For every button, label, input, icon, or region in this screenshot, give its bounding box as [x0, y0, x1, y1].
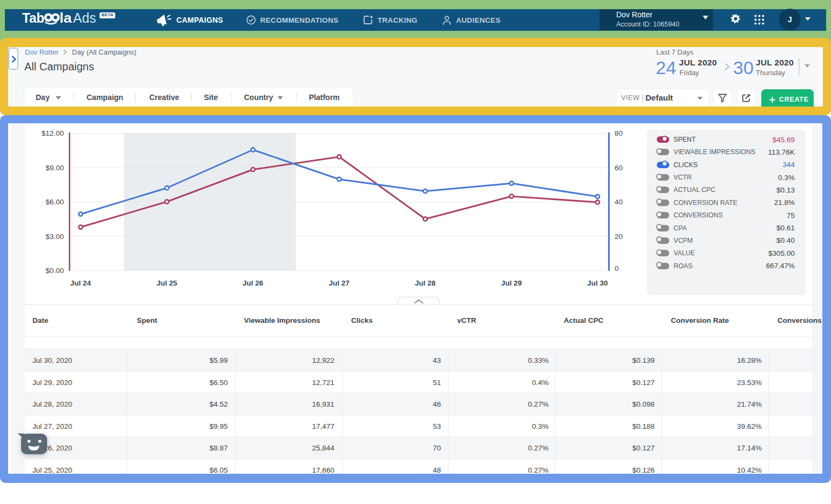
- svg-text:40: 40: [615, 198, 623, 206]
- svg-text:$12.00: $12.00: [42, 129, 64, 137]
- svg-text:$6.00: $6.00: [45, 198, 64, 206]
- svg-text:Jul 30: Jul 30: [587, 279, 608, 287]
- svg-text:Jul 29: Jul 29: [501, 279, 522, 287]
- svg-text:Jul 28: Jul 28: [415, 279, 436, 287]
- svg-text:Jul 26: Jul 26: [242, 279, 263, 287]
- svg-text:$0.00: $0.00: [45, 267, 64, 275]
- svg-text:Jul 24: Jul 24: [70, 279, 91, 287]
- svg-text:la: la: [60, 11, 72, 26]
- svg-text:0: 0: [615, 264, 619, 273]
- svg-text:Tab: Tab: [22, 11, 44, 26]
- svg-text:Jul 27: Jul 27: [329, 279, 349, 287]
- svg-text:$3.00: $3.00: [45, 233, 64, 241]
- svg-text:Jul 25: Jul 25: [156, 279, 177, 287]
- svg-text:$9.00: $9.00: [45, 164, 64, 172]
- svg-text:20: 20: [615, 233, 623, 241]
- svg-text:Ads: Ads: [73, 11, 96, 26]
- svg-text:60: 60: [615, 164, 623, 172]
- svg-text:80: 80: [615, 129, 623, 137]
